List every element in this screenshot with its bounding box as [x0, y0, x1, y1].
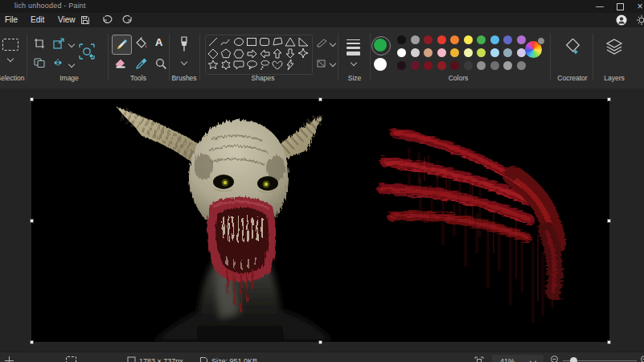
zoom-slider-handle[interactable]	[570, 357, 577, 362]
shape-polygon-icon[interactable]	[273, 38, 282, 45]
palette-color[interactable]	[424, 48, 433, 57]
shape-rounded-rectangle-icon[interactable]	[260, 39, 269, 46]
shape-arrow-left-icon[interactable]	[260, 50, 269, 58]
palette-color[interactable]	[464, 35, 473, 44]
shape-curve-icon[interactable]	[221, 39, 229, 45]
palette-color[interactable]	[450, 48, 459, 57]
canvas-handle-top-left[interactable]	[30, 97, 34, 101]
palette-color[interactable]	[503, 48, 512, 57]
menu-edit[interactable]: Edit	[26, 13, 49, 27]
palette-color[interactable]	[517, 35, 526, 44]
paint-canvas[interactable]	[31, 99, 609, 342]
palette-color[interactable]	[437, 48, 446, 57]
palette-color[interactable]	[464, 48, 473, 57]
shape-outline-chevron[interactable]	[330, 40, 336, 47]
canvas-handle-top-middle[interactable]	[318, 97, 322, 101]
palette-color[interactable]	[503, 35, 512, 44]
shape-pentagon-icon[interactable]	[221, 49, 230, 58]
brushes-icon[interactable]	[178, 36, 191, 54]
canvas-handle-bottom-left[interactable]	[30, 340, 34, 344]
shape-fill-chevron[interactable]	[330, 60, 336, 67]
palette-color[interactable]	[490, 48, 499, 57]
shape-lightning-icon[interactable]	[287, 60, 293, 70]
palette-color[interactable]	[490, 35, 499, 44]
shape-outline-dropdown-icon[interactable]	[317, 38, 328, 47]
menu-view[interactable]: View	[53, 13, 80, 27]
pencil-tool-selected[interactable]	[112, 35, 132, 55]
shape-oval-icon[interactable]	[235, 39, 244, 46]
shape-heart-icon[interactable]	[273, 61, 282, 69]
resize-dropdown-chevron[interactable]	[68, 41, 75, 47]
canvas-handle-bottom-right[interactable]	[607, 340, 611, 344]
close-button[interactable]: ×	[631, 0, 644, 13]
palette-color[interactable]	[450, 61, 459, 70]
palette-color[interactable]	[411, 35, 420, 44]
fit-to-window-icon[interactable]	[474, 356, 484, 362]
palette-color[interactable]	[397, 61, 406, 70]
canvas-handle-bottom-middle[interactable]	[318, 340, 322, 344]
selection-dropdown-chevron[interactable]	[7, 56, 14, 62]
crop-icon[interactable]	[34, 38, 45, 49]
palette-color[interactable]	[437, 61, 446, 70]
color1-swatch[interactable]	[374, 39, 387, 51]
palette-color[interactable]	[517, 48, 526, 57]
palette-color[interactable]	[397, 35, 406, 44]
palette-color[interactable]	[450, 35, 459, 44]
resize-icon[interactable]	[53, 38, 65, 49]
eraser-icon[interactable]	[114, 59, 127, 69]
minimize-button[interactable]: —	[591, 0, 609, 13]
palette-color[interactable]	[424, 35, 433, 44]
palette-color[interactable]	[424, 61, 433, 70]
palette-color[interactable]	[503, 61, 512, 70]
zoom-out-icon[interactable]	[550, 355, 560, 362]
palette-color[interactable]	[477, 35, 486, 44]
selection-tool-icon[interactable]	[2, 39, 18, 51]
canvas-handle-middle-right[interactable]	[607, 219, 611, 223]
redo-icon[interactable]	[122, 15, 135, 25]
shape-line-icon[interactable]	[209, 38, 217, 46]
shape-triangle-icon[interactable]	[285, 38, 295, 46]
palette-color[interactable]	[437, 35, 446, 44]
color-picker-icon[interactable]	[135, 58, 147, 70]
palette-color[interactable]	[490, 61, 499, 70]
shape-right-triangle-icon[interactable]	[299, 38, 308, 46]
menu-file[interactable]: File	[0, 13, 23, 27]
size-dropdown-chevron[interactable]	[351, 60, 357, 66]
canvas-handle-middle-left[interactable]	[30, 219, 34, 223]
palette-color[interactable]	[477, 48, 486, 57]
fill-bucket-icon[interactable]	[135, 37, 148, 49]
palette-color[interactable]	[411, 48, 420, 57]
palette-color[interactable]	[397, 48, 406, 57]
shape-arrow-right-icon[interactable]	[248, 50, 256, 58]
flip-rotate-icon[interactable]	[53, 58, 64, 68]
palette-color[interactable]	[477, 61, 486, 70]
save-icon[interactable]	[80, 15, 93, 25]
shape-six-point-star-icon[interactable]	[222, 60, 230, 69]
palette-color[interactable]	[411, 61, 420, 70]
shape-hexagon-icon[interactable]	[234, 50, 244, 58]
shape-cloud-callout-icon[interactable]	[261, 60, 269, 69]
shape-arrow-down-icon[interactable]	[286, 49, 294, 58]
layers-icon[interactable]	[605, 38, 623, 56]
shape-four-point-star-icon[interactable]	[298, 48, 308, 58]
shape-arrow-up-icon[interactable]	[273, 49, 281, 58]
shape-diamond-icon[interactable]	[208, 49, 218, 59]
palette-color[interactable]	[517, 61, 526, 70]
canvas-handle-top-right[interactable]	[607, 97, 611, 101]
size-icon[interactable]	[347, 37, 360, 58]
shape-rounded-callout-icon[interactable]	[234, 61, 244, 69]
gallery-icon[interactable]	[34, 58, 46, 68]
flip-dropdown-chevron[interactable]	[68, 61, 75, 68]
cocreator-icon[interactable]	[564, 39, 581, 56]
account-avatar[interactable]	[616, 14, 629, 24]
shape-oval-callout-icon[interactable]	[248, 61, 257, 69]
color2-swatch[interactable]	[374, 58, 387, 71]
settings-gear-icon[interactable]	[636, 14, 644, 24]
undo-icon[interactable]	[101, 15, 114, 25]
shape-five-point-star-icon[interactable]	[208, 60, 217, 68]
shape-rectangle-icon[interactable]	[248, 39, 256, 46]
brushes-dropdown-chevron[interactable]	[181, 59, 187, 65]
maximize-button[interactable]	[611, 0, 629, 13]
canvas-artwork[interactable]	[31, 99, 609, 342]
ai-image-tools-icon[interactable]	[79, 43, 95, 60]
